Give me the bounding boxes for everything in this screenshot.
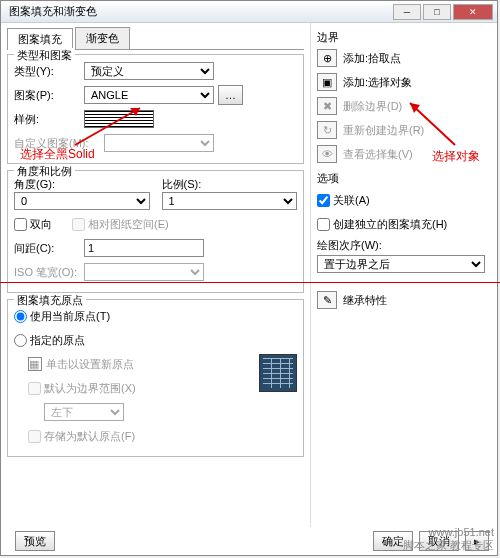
add-select-button[interactable]: ▣添加:选择对象	[317, 73, 485, 91]
spacing-label: 间距(C):	[14, 241, 84, 256]
titlebar: 图案填充和渐变色 ─ □ ✕	[1, 1, 497, 23]
origin-current-radio[interactable]: 使用当前原点(T)	[14, 306, 297, 326]
custom-label: 自定义图案(M):	[14, 136, 104, 151]
custom-select	[104, 134, 214, 152]
watermark: www.jb51.net脚本之家 教程专区	[403, 526, 494, 552]
store-default-checkbox: 存储为默认原点(F)	[28, 426, 251, 446]
click-origin-button: ▦单击以设置新原点	[28, 354, 251, 374]
draworder-label: 绘图次序(W):	[317, 238, 485, 253]
independent-checkbox[interactable]: 创建独立的图案填充(H)	[317, 214, 485, 234]
dialog-window: 图案填充和渐变色 ─ □ ✕ 图案填充 渐变色 类型和图案 类型(Y): 预定义…	[0, 0, 498, 556]
scale-select[interactable]: 1	[162, 192, 298, 210]
add-pick-button[interactable]: ⊕添加:拾取点	[317, 49, 485, 67]
remove-boundary-button: ✖删除边界(D)	[317, 97, 485, 115]
recreate-icon: ↻	[317, 121, 337, 139]
pattern-browse-button[interactable]: …	[218, 85, 243, 105]
preview-button[interactable]: 预览	[15, 531, 55, 551]
default-extent-checkbox: 默认为边界范围(X)	[28, 378, 251, 398]
window-title: 图案填充和渐变色	[5, 4, 391, 19]
assoc-checkbox[interactable]: 关联(A)	[317, 190, 485, 210]
dual-checkbox[interactable]: 双向	[14, 217, 52, 232]
spacing-input[interactable]	[84, 239, 204, 257]
pattern-select[interactable]: ANGLE	[84, 86, 214, 104]
group-origin: 图案填充原点 使用当前原点(T) 指定的原点 ▦单击以设置新原点 默认为边界范围…	[7, 299, 304, 457]
select-icon: ▣	[317, 73, 337, 91]
close-button[interactable]: ✕	[453, 4, 493, 20]
scale-label: 比例(S):	[162, 177, 298, 192]
group-title: 图案填充原点	[14, 293, 86, 308]
group-type-pattern: 类型和图案 类型(Y): 预定义 图案(P): ANGLE … 样例: 自定义图…	[7, 54, 304, 164]
tab-gradient[interactable]: 渐变色	[75, 27, 130, 49]
type-select[interactable]: 预定义	[84, 62, 214, 80]
angle-select[interactable]: 0	[14, 192, 150, 210]
origin-spec-radio[interactable]: 指定的原点	[14, 330, 297, 350]
extent-select: 左下	[44, 403, 124, 421]
remove-icon: ✖	[317, 97, 337, 115]
group-title: 角度和比例	[14, 164, 75, 179]
paper-checkbox: 相对图纸空间(E)	[72, 217, 169, 232]
view-selection-button: 👁查看选择集(V)	[317, 145, 485, 163]
inherit-button[interactable]: ✎继承特性	[317, 291, 485, 309]
tab-hatch[interactable]: 图案填充	[7, 28, 73, 50]
view-icon: 👁	[317, 145, 337, 163]
minimize-button[interactable]: ─	[393, 4, 421, 20]
options-title: 选项	[317, 171, 485, 186]
angle-label: 角度(G):	[14, 177, 150, 192]
draworder-select[interactable]: 置于边界之后	[317, 255, 485, 273]
pattern-label: 图案(P):	[14, 88, 84, 103]
recreate-button: ↻重新创建边界(R)	[317, 121, 485, 139]
boundary-title: 边界	[317, 30, 485, 45]
pick-point-icon: ⊕	[317, 49, 337, 67]
group-title: 类型和图案	[14, 48, 75, 63]
type-label: 类型(Y):	[14, 64, 84, 79]
swatch-preview[interactable]	[84, 110, 154, 128]
iso-label: ISO 笔宽(O):	[14, 265, 84, 280]
iso-select	[84, 263, 204, 281]
maximize-button[interactable]: □	[423, 4, 451, 20]
tab-strip: 图案填充 渐变色	[7, 27, 304, 50]
inherit-icon: ✎	[317, 291, 337, 309]
swatch-label: 样例:	[14, 112, 84, 127]
origin-preview-icon	[259, 354, 297, 392]
group-angle-scale: 角度和比例 角度(G): 0 比例(S): 1 双向 相对图纸空间(E) 间距(…	[7, 170, 304, 293]
